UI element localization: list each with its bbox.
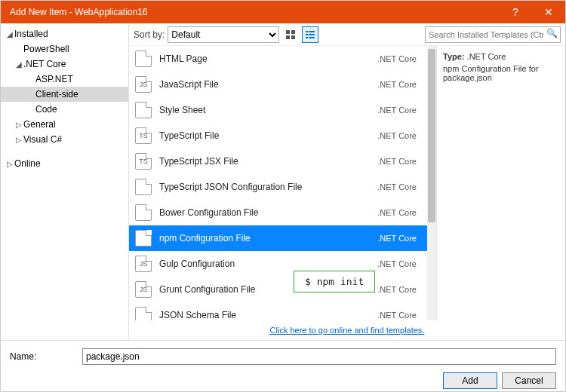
sidebar: ◢InstalledPowerShell◢.NET CoreASP.NETCli…	[1, 23, 129, 340]
help-button[interactable]: ?	[499, 1, 532, 23]
toolbar: Sort by: Default 🔍	[129, 23, 565, 46]
footer: Name: Add Cancel	[1, 340, 565, 392]
template-row[interactable]: HTML Page.NET Core	[129, 46, 427, 72]
online-templates-link[interactable]: Click here to go online and find templat…	[270, 326, 425, 335]
tree-node-label: .NET Core	[23, 59, 66, 69]
template-row[interactable]: JSJavaScript File.NET Core	[129, 72, 427, 97]
tree-node--net-core[interactable]: ◢.NET Core	[1, 57, 128, 72]
view-tiles-button[interactable]	[282, 26, 299, 43]
template-category: .NET Core	[353, 157, 421, 166]
tree-node-client-side[interactable]: Client-side	[1, 87, 128, 102]
view-list-button[interactable]	[302, 26, 318, 43]
tree-node-powershell[interactable]: PowerShell	[1, 41, 128, 57]
chevron-right-icon[interactable]: ▷	[14, 136, 23, 144]
template-row[interactable]: TypeScript JSON Configuration File.NET C…	[129, 174, 427, 200]
template-label: TypeScript JSX File	[159, 156, 353, 167]
svg-rect-3	[291, 35, 295, 39]
sort-label: Sort by:	[134, 29, 165, 40]
template-row[interactable]: TSTypeScript JSX File.NET Core	[129, 149, 427, 174]
file-icon: JS	[135, 76, 152, 93]
chevron-down-icon[interactable]: ◢	[14, 60, 23, 69]
template-label: JSON Schema File	[159, 310, 353, 320]
template-list[interactable]: HTML Page.NET CoreJSJavaScript File.NET …	[129, 46, 427, 320]
tree-node-label: Code	[35, 104, 57, 115]
file-icon	[135, 102, 152, 118]
tree-node-label: Online	[14, 158, 41, 169]
tree-node-label: General	[23, 119, 56, 130]
file-icon	[135, 230, 152, 247]
cancel-button[interactable]: Cancel	[502, 372, 556, 389]
hint-tooltip: $ npm init	[294, 271, 375, 292]
title-bar: Add New Item - WebApplication16 ? ✕	[1, 1, 565, 23]
tree-node-asp-net[interactable]: ASP.NET	[1, 72, 128, 87]
template-category: .NET Core	[353, 234, 421, 243]
template-row[interactable]: JSGrunt Configuration File.NET Core	[129, 277, 427, 302]
button-row: Add Cancel	[10, 372, 556, 389]
template-category: .NET Core	[353, 182, 421, 191]
svg-rect-1	[291, 30, 295, 34]
detail-pane: Type: .NET Core npm Configuration File f…	[437, 46, 565, 320]
online-link-bar: Click here to go online and find templat…	[129, 320, 565, 340]
tree-node-visual-c-[interactable]: ▷Visual C#	[1, 132, 128, 147]
template-category: .NET Core	[353, 80, 421, 89]
chevron-right-icon[interactable]: ▷	[5, 160, 14, 168]
list-icon	[305, 29, 315, 40]
add-button[interactable]: Add	[443, 372, 497, 389]
scrollbar[interactable]	[427, 46, 436, 320]
file-icon	[135, 307, 152, 320]
svg-rect-4	[306, 31, 308, 32]
template-category: .NET Core	[353, 311, 421, 320]
detail-type-line: Type: .NET Core	[443, 52, 559, 61]
detail-description: npm Configuration File for package.json	[443, 64, 559, 82]
template-row[interactable]: JSON Schema File.NET Core	[129, 302, 427, 320]
content-area: HTML Page.NET CoreJSJavaScript File.NET …	[129, 46, 565, 320]
sort-dropdown[interactable]: Default	[168, 26, 279, 43]
svg-rect-5	[309, 31, 315, 32]
template-row[interactable]: JSGulp Configuration.NET Core	[129, 251, 427, 277]
close-button[interactable]: ✕	[532, 1, 565, 23]
template-label: npm Configuration File	[159, 233, 353, 243]
svg-rect-7	[309, 34, 315, 35]
svg-rect-9	[309, 37, 315, 38]
search-input[interactable]	[425, 26, 561, 43]
name-row: Name:	[10, 348, 556, 365]
template-row[interactable]: Style Sheet.NET Core	[129, 97, 427, 123]
name-input[interactable]	[82, 348, 556, 365]
template-list-wrap: HTML Page.NET CoreJSJavaScript File.NET …	[129, 46, 437, 320]
svg-rect-8	[306, 37, 308, 38]
file-icon	[135, 204, 152, 221]
tree-node-installed[interactable]: ◢Installed	[1, 26, 128, 41]
template-row[interactable]: npm Configuration File.NET Core	[129, 225, 427, 251]
template-category: .NET Core	[353, 131, 421, 140]
name-label: Name:	[10, 351, 82, 362]
center-pane: Sort by: Default 🔍 HTML Page.NET CoreJSJ…	[129, 23, 565, 340]
chevron-down-icon[interactable]: ◢	[5, 30, 14, 38]
window-title: Add New Item - WebApplication16	[10, 7, 499, 17]
tiles-icon	[285, 29, 296, 40]
chevron-right-icon[interactable]: ▷	[14, 121, 23, 129]
template-label: TypeScript File	[159, 130, 353, 141]
template-category: .NET Core	[353, 54, 421, 63]
template-row[interactable]: Bower Configuration File.NET Core	[129, 200, 427, 225]
tree-node-general[interactable]: ▷General	[1, 117, 128, 132]
detail-type-value: .NET Core	[467, 52, 506, 61]
tree-node-label: PowerShell	[23, 44, 69, 54]
file-icon: JS	[135, 256, 152, 272]
svg-rect-0	[286, 30, 290, 34]
template-label: JavaScript File	[159, 79, 353, 90]
search-wrap: 🔍	[425, 26, 561, 43]
svg-rect-6	[306, 34, 308, 35]
detail-type-label: Type:	[443, 52, 465, 61]
file-icon: JS	[135, 281, 152, 298]
template-label: Style Sheet	[159, 105, 353, 115]
template-row[interactable]: TSTypeScript File.NET Core	[129, 123, 427, 149]
tree-node-label: Visual C#	[23, 134, 62, 145]
template-category: .NET Core	[353, 259, 421, 268]
main-area: ◢InstalledPowerShell◢.NET CoreASP.NETCli…	[1, 23, 565, 340]
tree-node-code[interactable]: Code	[1, 102, 128, 117]
scrollbar-thumb[interactable]	[428, 49, 435, 222]
template-label: Gulp Configuration	[159, 259, 353, 269]
template-label: TypeScript JSON Configuration File	[159, 182, 353, 192]
tree-node-online[interactable]: ▷Online	[1, 156, 128, 171]
search-icon[interactable]: 🔍	[546, 28, 558, 38]
